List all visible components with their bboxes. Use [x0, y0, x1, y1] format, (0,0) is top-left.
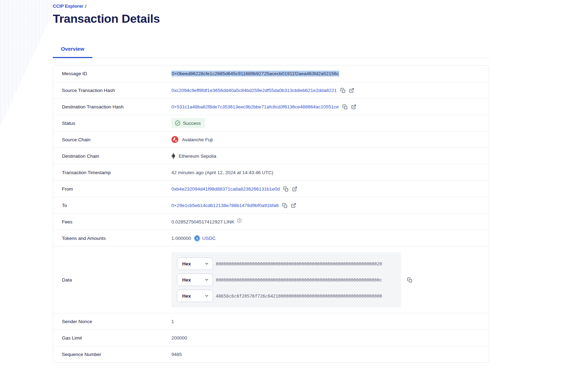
sequence-number-value: 9485: [171, 352, 182, 357]
tab-bar: Overview: [53, 41, 489, 58]
table-row-dest-tx-hash: Destination Transaction Hash 0×531c1a48b…: [53, 98, 489, 115]
tab-overview[interactable]: Overview: [53, 41, 92, 58]
table-row-dest-chain: Destination Chain Ethereum Sepolia: [53, 148, 489, 164]
hex-encoding-select[interactable]: Hex: [177, 290, 213, 302]
external-link-icon[interactable]: [291, 203, 296, 208]
data-hex-line: Hex 000000000000000000000000000000000000…: [177, 273, 396, 286]
source-tx-hash-link[interactable]: 0xc2094c9eff8fdf1e3656dd40a5c84bd259e2df…: [171, 88, 337, 93]
row-label: Data: [53, 277, 171, 283]
breadcrumb-link-ccip-explorer[interactable]: CCIP Explorer: [53, 3, 83, 9]
row-label: Transaction Timestamp: [53, 170, 171, 175]
dest-chain: Ethereum Sepolia: [171, 153, 216, 159]
status-badge-label: Success: [183, 121, 201, 126]
copy-icon[interactable]: [342, 104, 348, 109]
table-row-source-chain: Source Chain Avalanche Fuji: [53, 131, 489, 148]
source-chain-name: Avalanche Fuji: [182, 137, 213, 142]
chevron-down-icon: [204, 261, 209, 266]
page-content: CCIP Explorer/ Transaction Details Overv…: [53, 0, 489, 363]
usdc-icon: $: [194, 235, 200, 241]
row-label: Destination Transaction Hash: [53, 104, 171, 109]
token-symbol-link[interactable]: USDC: [202, 236, 215, 241]
external-link-icon[interactable]: [351, 104, 356, 109]
message-id-value: 0×0beed86228cfe1c2685d645c911689b92725ac…: [171, 71, 339, 77]
row-label: Status: [53, 121, 171, 126]
avalanche-icon: [171, 136, 178, 143]
row-label: Source Transaction Hash: [53, 88, 171, 93]
table-row-timestamp: Transaction Timestamp 42 minutes ago (Ap…: [53, 164, 489, 180]
hex-encoding-select[interactable]: Hex: [177, 273, 213, 286]
hex-encoding-select[interactable]: Hex: [177, 257, 213, 270]
transaction-details-card: Message ID 0×0beed86228cfe1c2685d645c911…: [53, 65, 489, 363]
hex-encoding-select-value: Hex: [182, 277, 191, 283]
hex-data-text: 48656c6c6f20576f726c64210000000000000000…: [216, 293, 382, 299]
breadcrumb-separator: /: [85, 3, 86, 9]
copy-icon[interactable]: [407, 277, 412, 283]
hex-data-text: 0000000000000000000000000000000000000000…: [216, 261, 382, 266]
ethereum-icon: [171, 153, 175, 159]
copy-icon[interactable]: [340, 88, 346, 93]
dest-tx-hash-link[interactable]: 0×531c1a48ba82f8de7c353613eec9b2bbe71afc…: [171, 104, 339, 109]
row-label: Tokens and Amounts: [53, 236, 171, 241]
table-row-to: To 0×29e1cb5eb14cdb12138e788b1478d9bf0a9…: [53, 197, 489, 213]
fees-value: 0.028527504517412927 LINK: [171, 219, 234, 224]
row-label: Sender Nonce: [53, 319, 171, 324]
to-address-link[interactable]: 0×29e1cb5eb14cdb12138e788b1478d9bf0a91bf…: [171, 203, 279, 208]
copy-icon[interactable]: [283, 186, 289, 192]
decorative-background-wedge: [0, 0, 59, 127]
row-label: Source Chain: [53, 137, 171, 142]
svg-text:$: $: [196, 236, 198, 240]
row-label: Sequence Number: [53, 352, 171, 357]
table-row-message-id: Message ID 0×0beed86228cfe1c2685d645c911…: [53, 65, 489, 82]
row-label: From: [53, 186, 171, 192]
row-label: Fees: [53, 219, 171, 224]
table-row-fees: Fees 0.028527504517412927 LINK: [53, 213, 489, 230]
table-row-data: Data Hex 0000000000000000000000000000000…: [53, 246, 489, 313]
info-icon[interactable]: [237, 218, 242, 223]
row-label: Gas Limit: [53, 335, 171, 341]
from-address-link[interactable]: 0xb4e232094d41f98d88371ca8a8236266131b1e…: [171, 186, 280, 192]
copy-icon[interactable]: [282, 203, 287, 208]
row-label: Message ID: [53, 71, 171, 76]
table-row-from: From 0xb4e232094d41f98d88371ca8a82362661…: [53, 180, 489, 197]
table-row-tokens: Tokens and Amounts 1.000000 $ USDC: [53, 230, 489, 246]
data-hex-line: Hex 48656c6c6f20576f726c6421000000000000…: [177, 290, 396, 302]
chevron-down-icon: [204, 277, 209, 282]
external-link-icon[interactable]: [349, 88, 354, 93]
token-amount: 1.000000: [171, 236, 191, 241]
table-row-sequence-number: Sequence Number 9485: [53, 346, 489, 362]
gas-limit-value: 200000: [171, 335, 187, 341]
chevron-down-icon: [204, 293, 209, 298]
check-circle-icon: [175, 120, 180, 126]
table-row-status: Status Success: [53, 115, 489, 131]
breadcrumb: CCIP Explorer/: [53, 0, 489, 9]
hex-encoding-select-value: Hex: [182, 261, 191, 266]
row-label: Destination Chain: [53, 154, 171, 159]
sender-nonce-value: 1: [171, 319, 174, 324]
source-chain: Avalanche Fuji: [171, 136, 213, 143]
table-row-source-tx-hash: Source Transaction Hash 0xc2094c9eff8fdf…: [53, 82, 489, 98]
row-label: To: [53, 203, 171, 208]
page-title: Transaction Details: [53, 12, 489, 25]
table-row-sender-nonce: Sender Nonce 1: [53, 313, 489, 329]
table-row-gas-limit: Gas Limit 200000: [53, 329, 489, 346]
status-badge: Success: [171, 118, 205, 128]
dest-chain-name: Ethereum Sepolia: [179, 154, 216, 159]
data-hex-line: Hex 000000000000000000000000000000000000…: [177, 257, 396, 270]
external-link-icon[interactable]: [292, 186, 297, 192]
data-hex-box: Hex 000000000000000000000000000000000000…: [171, 252, 401, 307]
hex-encoding-select-value: Hex: [182, 293, 191, 299]
timestamp-value: 42 minutes ago (April 12, 2024 at 14:43:…: [171, 170, 273, 175]
hex-data-text: 0000000000000000000000000000000000000000…: [216, 277, 382, 283]
